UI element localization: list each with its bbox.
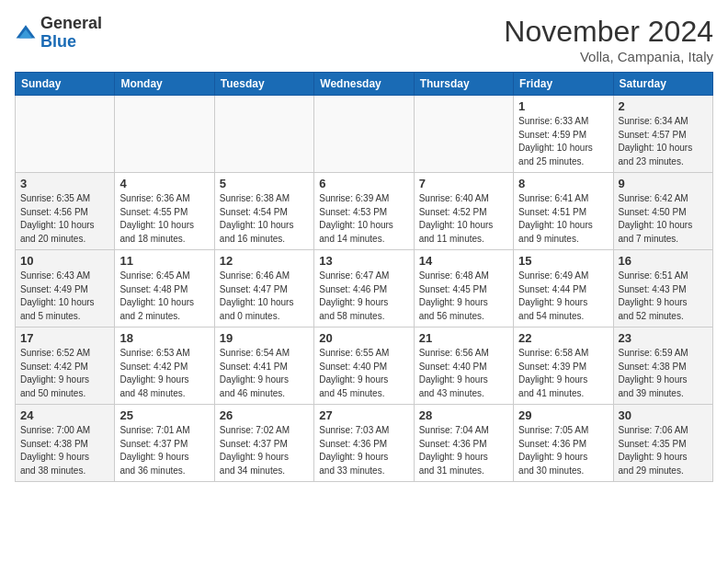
calendar-cell: 30Sunrise: 7:06 AM Sunset: 4:35 PM Dayli… [613,405,712,482]
day-info: Sunrise: 6:34 AM Sunset: 4:57 PM Dayligh… [619,115,708,168]
day-number: 2 [619,99,708,113]
calendar-cell: 16Sunrise: 6:51 AM Sunset: 4:43 PM Dayli… [613,250,712,327]
calendar-cell: 21Sunrise: 6:56 AM Sunset: 4:40 PM Dayli… [414,327,513,405]
calendar-cell: 8Sunrise: 6:41 AM Sunset: 4:51 PM Daylig… [514,173,613,250]
day-number: 11 [119,254,209,268]
day-number: 30 [619,408,708,422]
day-number: 23 [619,331,708,345]
day-info: Sunrise: 6:51 AM Sunset: 4:43 PM Dayligh… [619,270,708,323]
calendar-cell: 15Sunrise: 6:49 AM Sunset: 4:44 PM Dayli… [514,250,613,327]
day-info: Sunrise: 6:47 AM Sunset: 4:46 PM Dayligh… [319,270,408,323]
day-number: 15 [518,254,608,268]
logo-general: General [40,14,102,32]
day-info: Sunrise: 6:55 AM Sunset: 4:40 PM Dayligh… [319,347,408,400]
day-number: 26 [220,408,309,422]
day-info: Sunrise: 7:05 AM Sunset: 4:36 PM Dayligh… [518,424,608,477]
day-number: 28 [419,408,508,422]
day-number: 9 [619,177,708,190]
calendar-cell: 14Sunrise: 6:48 AM Sunset: 4:45 PM Dayli… [414,250,513,327]
calendar-cell: 3Sunrise: 6:35 AM Sunset: 4:56 PM Daylig… [16,173,115,250]
logo: General Blue [15,15,102,52]
calendar-cell: 13Sunrise: 6:47 AM Sunset: 4:46 PM Dayli… [314,250,414,327]
day-info: Sunrise: 6:43 AM Sunset: 4:49 PM Dayligh… [20,270,109,323]
day-info: Sunrise: 6:39 AM Sunset: 4:53 PM Dayligh… [319,192,408,246]
day-number: 7 [419,177,508,190]
day-info: Sunrise: 6:38 AM Sunset: 4:54 PM Dayligh… [220,192,309,246]
day-number: 3 [20,177,109,190]
calendar-cell: 20Sunrise: 6:55 AM Sunset: 4:40 PM Dayli… [314,327,414,405]
day-info: Sunrise: 7:00 AM Sunset: 4:38 PM Dayligh… [20,424,109,477]
calendar-cell: 27Sunrise: 7:03 AM Sunset: 4:36 PM Dayli… [314,405,414,482]
day-info: Sunrise: 6:36 AM Sunset: 4:55 PM Dayligh… [119,192,209,246]
weekday-header: Sunday [16,73,115,96]
day-number: 8 [518,177,608,190]
calendar-table: SundayMondayTuesdayWednesdayThursdayFrid… [15,72,713,482]
calendar-cell: 4Sunrise: 6:36 AM Sunset: 4:55 PM Daylig… [115,173,214,250]
calendar-cell: 11Sunrise: 6:45 AM Sunset: 4:48 PM Dayli… [115,250,214,327]
day-number: 24 [20,408,109,422]
day-number: 29 [518,408,608,422]
weekday-header: Saturday [613,73,712,96]
day-number: 12 [220,254,309,268]
day-info: Sunrise: 6:45 AM Sunset: 4:48 PM Dayligh… [119,270,209,323]
title-block: November 2024 Volla, Campania, Italy [504,15,713,64]
page-header: General Blue November 2024 Volla, Campan… [15,15,713,64]
weekday-header: Monday [115,73,214,96]
calendar-cell: 28Sunrise: 7:04 AM Sunset: 4:36 PM Dayli… [414,405,513,482]
day-info: Sunrise: 6:48 AM Sunset: 4:45 PM Dayligh… [419,270,508,323]
calendar-cell: 10Sunrise: 6:43 AM Sunset: 4:49 PM Dayli… [16,250,115,327]
day-info: Sunrise: 6:52 AM Sunset: 4:42 PM Dayligh… [20,347,109,400]
location: Volla, Campania, Italy [504,49,713,64]
calendar-cell: 22Sunrise: 6:58 AM Sunset: 4:39 PM Dayli… [514,327,613,405]
calendar-cell [16,96,115,173]
calendar-cell: 9Sunrise: 6:42 AM Sunset: 4:50 PM Daylig… [613,173,712,250]
day-number: 5 [220,177,309,190]
day-number: 13 [319,254,408,268]
day-info: Sunrise: 6:49 AM Sunset: 4:44 PM Dayligh… [518,270,608,323]
day-number: 20 [319,331,408,345]
day-info: Sunrise: 6:40 AM Sunset: 4:52 PM Dayligh… [419,192,508,246]
calendar-cell: 24Sunrise: 7:00 AM Sunset: 4:38 PM Dayli… [16,405,115,482]
day-info: Sunrise: 7:06 AM Sunset: 4:35 PM Dayligh… [619,424,708,477]
day-info: Sunrise: 6:53 AM Sunset: 4:42 PM Dayligh… [119,347,209,400]
weekday-header: Friday [514,73,613,96]
calendar-cell [115,96,214,173]
day-info: Sunrise: 6:59 AM Sunset: 4:38 PM Dayligh… [619,347,708,400]
day-number: 27 [319,408,408,422]
logo-text: General Blue [40,15,102,52]
day-info: Sunrise: 7:01 AM Sunset: 4:37 PM Dayligh… [119,424,209,477]
day-number: 6 [319,177,408,190]
day-number: 22 [518,331,608,345]
day-info: Sunrise: 6:35 AM Sunset: 4:56 PM Dayligh… [20,192,109,246]
calendar-header-row: SundayMondayTuesdayWednesdayThursdayFrid… [16,73,713,96]
calendar-cell: 1Sunrise: 6:33 AM Sunset: 4:59 PM Daylig… [514,96,613,173]
calendar-week-row: 24Sunrise: 7:00 AM Sunset: 4:38 PM Dayli… [16,405,713,482]
day-number: 10 [20,254,109,268]
weekday-header: Wednesday [314,73,414,96]
day-number: 1 [518,99,608,113]
day-number: 16 [619,254,708,268]
calendar-cell: 19Sunrise: 6:54 AM Sunset: 4:41 PM Dayli… [214,327,313,405]
calendar-cell [414,96,513,173]
calendar-cell: 6Sunrise: 6:39 AM Sunset: 4:53 PM Daylig… [314,173,414,250]
day-info: Sunrise: 6:46 AM Sunset: 4:47 PM Dayligh… [220,270,309,323]
day-number: 25 [119,408,209,422]
month-title: November 2024 [504,15,713,49]
calendar-cell [314,96,414,173]
calendar-cell: 7Sunrise: 6:40 AM Sunset: 4:52 PM Daylig… [414,173,513,250]
calendar-cell [214,96,313,173]
day-number: 21 [419,331,508,345]
day-number: 18 [119,331,209,345]
calendar-week-row: 3Sunrise: 6:35 AM Sunset: 4:56 PM Daylig… [16,173,713,250]
calendar-cell: 5Sunrise: 6:38 AM Sunset: 4:54 PM Daylig… [214,173,313,250]
day-info: Sunrise: 6:54 AM Sunset: 4:41 PM Dayligh… [220,347,309,400]
calendar-cell: 18Sunrise: 6:53 AM Sunset: 4:42 PM Dayli… [115,327,214,405]
calendar-cell: 2Sunrise: 6:34 AM Sunset: 4:57 PM Daylig… [613,96,712,173]
calendar-cell: 17Sunrise: 6:52 AM Sunset: 4:42 PM Dayli… [16,327,115,405]
day-number: 4 [119,177,209,190]
day-info: Sunrise: 7:03 AM Sunset: 4:36 PM Dayligh… [319,424,408,477]
day-info: Sunrise: 7:02 AM Sunset: 4:37 PM Dayligh… [220,424,309,477]
calendar-cell: 12Sunrise: 6:46 AM Sunset: 4:47 PM Dayli… [214,250,313,327]
calendar-week-row: 1Sunrise: 6:33 AM Sunset: 4:59 PM Daylig… [16,96,713,173]
weekday-header: Thursday [414,73,513,96]
